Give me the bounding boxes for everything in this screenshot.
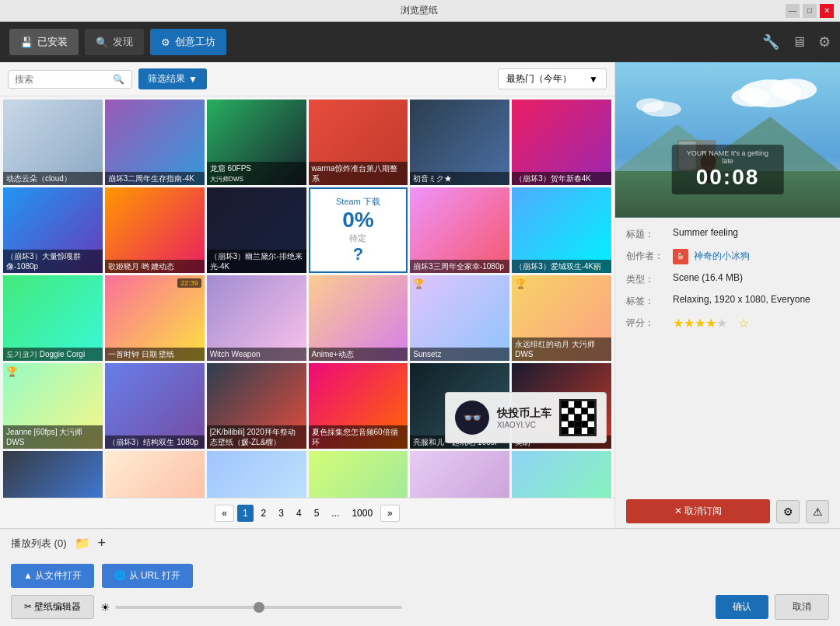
steam-download-overlay: Steam 下载 0% 待定 ? bbox=[310, 189, 407, 271]
folder-icon[interactable]: 📁 bbox=[75, 536, 90, 551]
grid-item-14[interactable]: 22:39 一首时钟 日期 壁纸 bbox=[105, 275, 205, 361]
grid-item-15[interactable]: Witch Weapon bbox=[207, 275, 306, 361]
page-1-button[interactable]: 1 bbox=[237, 505, 254, 522]
grid-item-label-18: 永远绯红的动月 大污师DWS bbox=[512, 337, 611, 361]
bookmark-icon[interactable]: ☆ bbox=[738, 316, 749, 330]
steam-icon: ⚙ bbox=[783, 505, 793, 518]
grid-item-trophy-19: 🏆 bbox=[6, 366, 18, 377]
author-value[interactable]: 🐕 神奇的小冰狗 bbox=[673, 249, 829, 264]
search-box-container: 🔍 bbox=[8, 70, 132, 89]
grid-item-17[interactable]: 🏆 Sunsetz bbox=[410, 275, 509, 361]
rating-stars: ★★★★★ bbox=[673, 316, 727, 330]
ad-logo: 👓 bbox=[455, 400, 489, 435]
editor-button[interactable]: ✂ 壁纸编辑器 bbox=[11, 595, 94, 619]
grid-item-20[interactable]: （崩坏3）结构双生 1080p bbox=[105, 363, 205, 449]
grid-item-label-21: [2K/bilibili] 2020拜年祭动态壁纸（媛-ZL&榴） bbox=[207, 425, 306, 449]
grid-item-16[interactable]: Anime+动态 bbox=[309, 275, 408, 361]
installed-icon: 💾 bbox=[20, 37, 33, 48]
grid-item-label-19: Jeanne [60fps] 大污师DWS bbox=[3, 425, 103, 449]
grid-item-27[interactable] bbox=[207, 451, 306, 498]
grid-item-12[interactable]: （崩坏3）爱城双生-4K丽 bbox=[512, 187, 611, 273]
action-row: ✕ 取消订阅 ⚙ ⚠ bbox=[615, 495, 840, 528]
workshop-icon: ⚙ bbox=[161, 37, 170, 48]
unsubscribe-button[interactable]: ✕ 取消订阅 bbox=[626, 499, 770, 523]
sort-dropdown[interactable]: 最热门（今年） ▼ bbox=[498, 68, 607, 89]
steam-action-button[interactable]: ⚙ bbox=[776, 500, 800, 523]
grid-item-label-20: （崩坏3）结构双生 1080p bbox=[105, 435, 205, 449]
pagination: « 1 2 3 4 5 ... 1000 » bbox=[0, 498, 614, 528]
grid-item-steam[interactable]: Steam 下载 0% 待定 ? bbox=[309, 187, 408, 273]
grid-item-3[interactable]: 龙窟 60FPS大污师DWS bbox=[207, 100, 306, 185]
close-button[interactable]: ✕ bbox=[820, 4, 834, 18]
settings-icon[interactable]: ⚙ bbox=[818, 33, 831, 51]
tab-workshop[interactable]: ⚙ 创意工坊 bbox=[150, 29, 226, 55]
brightness-slider[interactable] bbox=[115, 606, 401, 609]
grid-item-4[interactable]: warma惊炸准台第八期整系 bbox=[309, 100, 408, 185]
grid-item-25[interactable] bbox=[3, 451, 103, 498]
window-controls: — □ ✕ bbox=[786, 4, 834, 18]
dropdown-chevron-icon: ▼ bbox=[589, 74, 598, 85]
preview-clock-overlay: YOUR NAME It's a getting late 00:08 bbox=[671, 145, 784, 194]
steam-download-label: Steam 下载 bbox=[336, 196, 380, 208]
grid-item-2[interactable]: 崩坏3二周年生存指南-4K bbox=[105, 100, 205, 185]
tab-discover[interactable]: 🔍 发现 bbox=[85, 29, 144, 55]
grid-item-8[interactable]: 歌姬晓月 哟 媲动态 bbox=[105, 187, 205, 273]
grid-item-label-6: （崩坏3）贺年新春4K bbox=[512, 172, 611, 185]
grid-item-label-2: 崩坏3二周年生存指南-4K bbox=[105, 172, 205, 185]
url-button[interactable]: 🌐 从 URL 打开 bbox=[102, 564, 193, 588]
grid-item-29[interactable] bbox=[410, 451, 509, 498]
grid-item-label-7: （崩坏3）大量惊嘎群像-1080p bbox=[3, 250, 103, 273]
meta-rating-row: 评分： ★★★★★ ☆ bbox=[626, 316, 829, 330]
grid-item-13[interactable]: 도기코기 Doggie Corgi bbox=[3, 275, 103, 361]
svg-point-5 bbox=[636, 98, 664, 112]
alert-action-button[interactable]: ⚠ bbox=[806, 500, 829, 523]
meta-author-row: 创作者： 🐕 神奇的小冰狗 bbox=[626, 249, 829, 264]
type-value: Scene (16.4 MB) bbox=[673, 272, 829, 283]
upload-button[interactable]: ▲ 从文件打开 bbox=[11, 564, 94, 588]
playlist-label: 播放列表 (0) bbox=[11, 537, 67, 551]
page-2-button[interactable]: 2 bbox=[257, 505, 271, 521]
page-3-button[interactable]: 3 bbox=[274, 505, 289, 521]
page-5-button[interactable]: 5 bbox=[310, 505, 324, 521]
grid-item-9[interactable]: （崩坏3）幽兰黛尔-排绝来光-4K bbox=[207, 187, 306, 273]
tab-installed[interactable]: 💾 已安装 bbox=[9, 29, 79, 55]
grid-item-28[interactable] bbox=[309, 451, 408, 498]
preview-svg bbox=[615, 62, 840, 218]
filter-button[interactable]: 筛选结果 ▼ bbox=[138, 68, 207, 89]
grid-item-21[interactable]: [2K/bilibili] 2020拜年祭动态壁纸（媛-ZL&榴） bbox=[207, 363, 306, 449]
meta-title-row: 标题： Summer feeling bbox=[626, 227, 829, 241]
grid-item-26[interactable] bbox=[105, 451, 205, 498]
cancel-button[interactable]: 取消 bbox=[775, 594, 829, 620]
search-icon[interactable]: 🔍 bbox=[113, 74, 124, 85]
search-input[interactable] bbox=[15, 74, 108, 85]
search-filter-bar: 🔍 筛选结果 ▼ 最热门（今年） ▼ bbox=[0, 62, 614, 96]
maximize-button[interactable]: □ bbox=[803, 4, 817, 18]
page-prev-button[interactable]: « bbox=[215, 505, 234, 522]
grid-item-30[interactable] bbox=[512, 451, 611, 498]
grid-item-11[interactable]: 崩坏3三周年全家幸-1080p bbox=[410, 187, 509, 273]
grid-item-label-16: Anime+动态 bbox=[309, 348, 408, 361]
add-playlist-button[interactable]: + bbox=[98, 535, 107, 551]
grid-item-19[interactable]: 🏆 Jeanne [60fps] 大污师DWS bbox=[3, 363, 103, 449]
toolbar-right-icons: 🔧 🖥 ⚙ bbox=[762, 33, 831, 51]
ad-overlay: 👓 快投币上车 XIAOYI.VC bbox=[445, 392, 607, 443]
confirm-button[interactable]: 确认 bbox=[716, 595, 768, 619]
grid-item-22[interactable]: 夏色採集您怎音频60倍循环 bbox=[309, 363, 408, 449]
grid-item-label-17: Sunsetz bbox=[410, 348, 509, 361]
grid-item-18[interactable]: 🏆 永远绯红的动月 大污师DWS bbox=[512, 275, 611, 361]
page-4-button[interactable]: 4 bbox=[292, 505, 306, 521]
grid-item-5[interactable]: 初音ミク★ bbox=[410, 100, 509, 185]
grid-item-label-5: 初音ミク★ bbox=[410, 172, 509, 185]
left-panel: 🔍 筛选结果 ▼ 最热门（今年） ▼ 动态云朵（cloud） bbox=[0, 62, 614, 528]
grid-item-6[interactable]: （崩坏3）贺年新春4K bbox=[512, 100, 611, 185]
monitor-icon[interactable]: 🖥 bbox=[792, 34, 806, 51]
minimize-button[interactable]: — bbox=[786, 4, 800, 18]
content-area: 🔍 筛选结果 ▼ 最热门（今年） ▼ 动态云朵（cloud） bbox=[0, 62, 840, 528]
page-1000-button[interactable]: 1000 bbox=[347, 505, 377, 521]
wrench-icon[interactable]: 🔧 bbox=[762, 33, 779, 51]
preview-time: 00:08 bbox=[685, 165, 770, 190]
grid-item-1[interactable]: 动态云朵（cloud） bbox=[3, 100, 103, 185]
grid-item-label-22: 夏色採集您怎音频60倍循环 bbox=[309, 425, 408, 449]
page-next-button[interactable]: » bbox=[380, 505, 400, 522]
grid-item-7[interactable]: （崩坏3）大量惊嘎群像-1080p bbox=[3, 187, 103, 273]
